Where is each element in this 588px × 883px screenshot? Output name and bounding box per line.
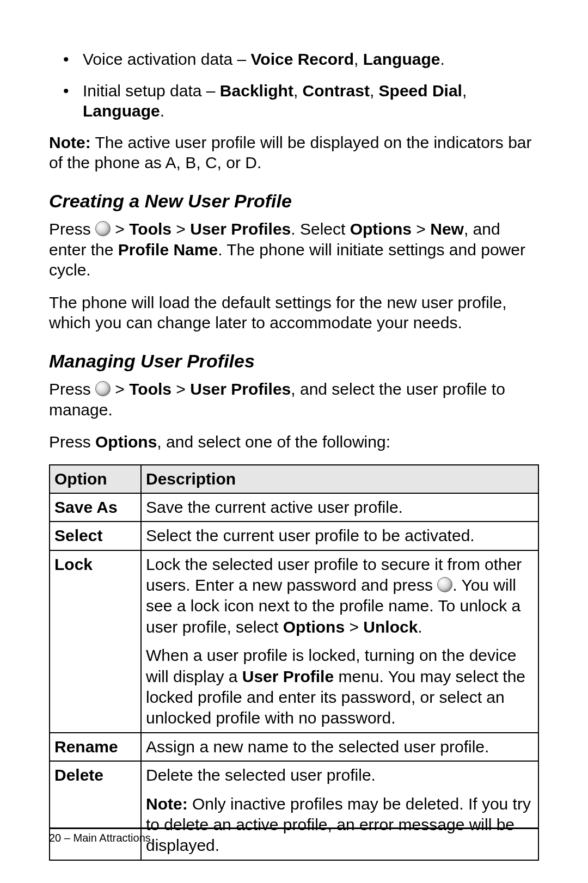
table-cell-option: Save As bbox=[50, 493, 141, 522]
table-row: Select Select the current user profile t… bbox=[50, 522, 538, 550]
bold-text: Voice Record bbox=[251, 50, 354, 68]
table-row: Delete Delete the selected user profile.… bbox=[50, 761, 538, 860]
note-paragraph: Note: The active user profile will be di… bbox=[49, 132, 539, 173]
body-paragraph: Press > Tools > User Profiles. Select Op… bbox=[49, 219, 539, 280]
body-text: > bbox=[171, 380, 190, 398]
bold-text: Options bbox=[95, 433, 157, 451]
body-text: . bbox=[160, 102, 164, 120]
table-row: Lock Lock the selected user profile to s… bbox=[50, 550, 538, 733]
body-text: , and select one of the following: bbox=[157, 433, 390, 451]
bold-text: Profile Name bbox=[118, 241, 218, 259]
table-row: Rename Assign a new name to the selected… bbox=[50, 733, 538, 761]
table-cell-option: Select bbox=[50, 522, 141, 550]
body-text: Initial setup data – bbox=[83, 82, 220, 100]
body-paragraph: The phone will load the default settings… bbox=[49, 292, 539, 333]
document-page: Voice activation data – Voice Record, La… bbox=[0, 0, 588, 883]
cell-paragraph: Delete the selected user profile. bbox=[146, 765, 534, 786]
body-text: > bbox=[111, 220, 129, 238]
table-cell-option: Delete bbox=[50, 761, 141, 860]
cell-paragraph: When a user profile is locked, turning o… bbox=[146, 645, 534, 729]
body-text: > bbox=[171, 220, 190, 238]
body-text: Press bbox=[49, 433, 95, 451]
footer-rule bbox=[49, 827, 539, 829]
bold-text: User Profiles bbox=[190, 220, 291, 238]
table-cell-description: Save the current active user profile. bbox=[141, 493, 538, 522]
note-label: Note: bbox=[146, 795, 188, 813]
body-text: > bbox=[412, 220, 430, 238]
bold-text: User Profiles bbox=[190, 380, 291, 398]
menu-key-icon bbox=[95, 221, 111, 236]
footer-text: 20 – Main Attractions bbox=[49, 831, 539, 845]
body-text: , bbox=[462, 82, 467, 100]
bulleted-list: Voice activation data – Voice Record, La… bbox=[49, 49, 539, 121]
bold-text: Contrast bbox=[303, 82, 370, 100]
body-text: . bbox=[418, 618, 422, 636]
body-paragraph: Press > Tools > User Profiles, and selec… bbox=[49, 379, 539, 420]
body-text: , bbox=[354, 50, 363, 68]
note-label: Note: bbox=[49, 133, 91, 151]
bold-text: Tools bbox=[129, 220, 171, 238]
bold-text: Options bbox=[283, 618, 345, 636]
table-cell-description: Lock the selected user profile to secure… bbox=[141, 550, 538, 733]
table-cell-description: Select the current user profile to be ac… bbox=[141, 522, 538, 550]
table-cell-description: Assign a new name to the selected user p… bbox=[141, 733, 538, 761]
bold-text: Unlock bbox=[363, 618, 418, 636]
bold-text: Tools bbox=[129, 380, 171, 398]
bold-text: New bbox=[430, 220, 464, 238]
section-heading: Managing User Profiles bbox=[49, 349, 539, 373]
menu-key-icon bbox=[95, 381, 111, 396]
body-text: . Select bbox=[291, 220, 350, 238]
bold-text: Language bbox=[83, 102, 160, 120]
body-text: Press bbox=[49, 380, 95, 398]
cell-paragraph: Lock the selected user profile to secure… bbox=[146, 554, 534, 638]
body-text: > bbox=[345, 618, 363, 636]
cell-paragraph: Note: Only inactive profiles may be dele… bbox=[146, 794, 534, 856]
bold-text: Options bbox=[350, 220, 412, 238]
section-heading: Creating a New User Profile bbox=[49, 189, 539, 213]
table-row: Save As Save the current active user pro… bbox=[50, 493, 538, 522]
bullet-item: Voice activation data – Voice Record, La… bbox=[83, 49, 539, 70]
bold-text: Language bbox=[363, 50, 440, 68]
table-header-description: Description bbox=[141, 465, 538, 493]
body-text: The active user profile will be displaye… bbox=[49, 133, 532, 172]
bold-text: User Profile bbox=[242, 667, 334, 685]
table-cell-description: Delete the selected user profile. Note: … bbox=[141, 761, 538, 860]
table-cell-option: Lock bbox=[50, 550, 141, 733]
body-text: , bbox=[370, 82, 379, 100]
table-header-row: Option Description bbox=[50, 465, 538, 493]
body-text: Press bbox=[49, 220, 95, 238]
bold-text: Speed Dial bbox=[379, 82, 462, 100]
page-footer: 20 – Main Attractions bbox=[49, 827, 539, 845]
options-table: Option Description Save As Save the curr… bbox=[49, 464, 539, 861]
bold-text: Backlight bbox=[220, 82, 293, 100]
body-paragraph: Press Options, and select one of the fol… bbox=[49, 432, 539, 452]
body-text: Only inactive profiles may be deleted. I… bbox=[146, 795, 531, 855]
body-text: Voice activation data – bbox=[83, 50, 251, 68]
table-header-option: Option bbox=[50, 465, 141, 493]
body-text: . bbox=[440, 50, 444, 68]
body-text: > bbox=[111, 380, 129, 398]
body-text: , bbox=[293, 82, 303, 100]
menu-key-icon bbox=[437, 577, 452, 592]
bullet-item: Initial setup data – Backlight, Contrast… bbox=[83, 81, 539, 121]
table-cell-option: Rename bbox=[50, 733, 141, 761]
